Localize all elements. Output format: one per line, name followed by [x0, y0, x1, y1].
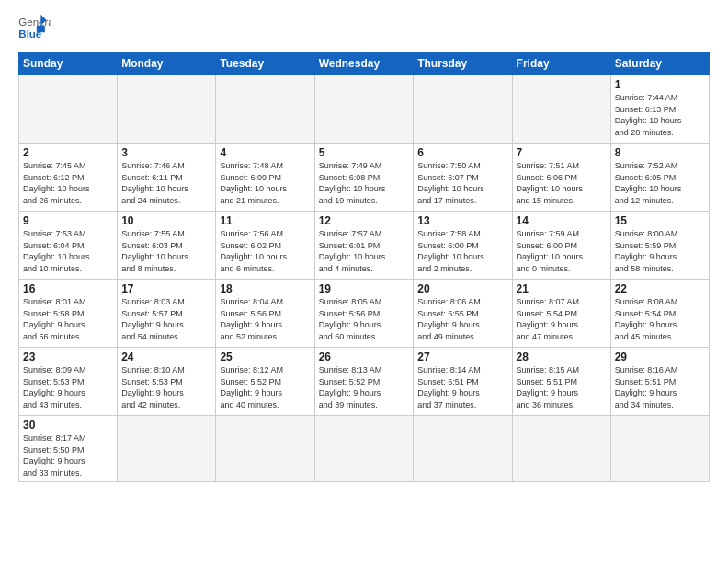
calendar-cell: 30Sunrise: 8:17 AM Sunset: 5:50 PM Dayli… [19, 416, 118, 482]
calendar-cell [414, 75, 512, 144]
calendar-cell: 2Sunrise: 7:45 AM Sunset: 6:12 PM Daylig… [19, 144, 118, 212]
day-info: Sunrise: 8:12 AM Sunset: 5:52 PM Dayligh… [220, 364, 310, 410]
day-number: 6 [417, 146, 507, 159]
day-number: 12 [319, 214, 410, 227]
weekday-header-wednesday: Wednesday [314, 52, 414, 75]
day-number: 5 [319, 146, 410, 159]
calendar-cell: 21Sunrise: 8:07 AM Sunset: 5:54 PM Dayli… [512, 280, 610, 348]
calendar-cell: 16Sunrise: 8:01 AM Sunset: 5:58 PM Dayli… [19, 280, 118, 348]
day-number: 29 [615, 350, 705, 363]
day-number: 13 [417, 214, 507, 227]
calendar-cell [118, 416, 216, 482]
calendar-cell [19, 75, 118, 144]
day-info: Sunrise: 8:00 AM Sunset: 5:59 PM Dayligh… [615, 228, 705, 274]
day-number: 25 [220, 350, 310, 363]
day-number: 15 [615, 214, 705, 227]
calendar-week-row: 16Sunrise: 8:01 AM Sunset: 5:58 PM Dayli… [19, 280, 710, 348]
day-info: Sunrise: 8:06 AM Sunset: 5:55 PM Dayligh… [417, 296, 507, 342]
day-number: 22 [615, 282, 705, 295]
day-number: 21 [517, 282, 607, 295]
day-info: Sunrise: 7:53 AM Sunset: 6:04 PM Dayligh… [23, 228, 113, 274]
calendar-cell: 23Sunrise: 8:09 AM Sunset: 5:53 PM Dayli… [19, 348, 118, 416]
calendar-cell: 10Sunrise: 7:55 AM Sunset: 6:03 PM Dayli… [118, 212, 216, 280]
day-number: 19 [319, 282, 410, 295]
calendar-cell: 24Sunrise: 8:10 AM Sunset: 5:53 PM Dayli… [118, 348, 216, 416]
day-number: 4 [220, 146, 310, 159]
calendar-cell: 25Sunrise: 8:12 AM Sunset: 5:52 PM Dayli… [216, 348, 314, 416]
calendar-cell: 7Sunrise: 7:51 AM Sunset: 6:06 PM Daylig… [512, 144, 610, 212]
calendar-cell [610, 416, 709, 482]
day-number: 8 [615, 146, 705, 159]
day-info: Sunrise: 7:57 AM Sunset: 6:01 PM Dayligh… [319, 228, 410, 274]
day-info: Sunrise: 7:59 AM Sunset: 6:00 PM Dayligh… [517, 228, 607, 274]
day-info: Sunrise: 7:48 AM Sunset: 6:09 PM Dayligh… [220, 160, 310, 206]
day-number: 14 [517, 214, 607, 227]
calendar-cell: 1Sunrise: 7:44 AM Sunset: 6:13 PM Daylig… [610, 75, 709, 144]
svg-text:General: General [18, 17, 51, 28]
day-number: 11 [220, 214, 310, 227]
weekday-header-row: SundayMondayTuesdayWednesdayThursdayFrid… [19, 52, 710, 75]
day-info: Sunrise: 8:09 AM Sunset: 5:53 PM Dayligh… [23, 364, 113, 410]
calendar-cell: 28Sunrise: 8:15 AM Sunset: 5:51 PM Dayli… [512, 348, 610, 416]
day-info: Sunrise: 7:58 AM Sunset: 6:00 PM Dayligh… [417, 228, 507, 274]
calendar-week-row: 23Sunrise: 8:09 AM Sunset: 5:53 PM Dayli… [19, 348, 710, 416]
day-info: Sunrise: 7:45 AM Sunset: 6:12 PM Dayligh… [23, 160, 113, 206]
day-number: 18 [220, 282, 310, 295]
day-info: Sunrise: 8:10 AM Sunset: 5:53 PM Dayligh… [121, 364, 211, 410]
calendar-cell [512, 416, 610, 482]
day-info: Sunrise: 8:14 AM Sunset: 5:51 PM Dayligh… [417, 364, 507, 410]
calendar-cell: 6Sunrise: 7:50 AM Sunset: 6:07 PM Daylig… [414, 144, 512, 212]
day-info: Sunrise: 7:56 AM Sunset: 6:02 PM Dayligh… [220, 228, 310, 274]
calendar-cell: 20Sunrise: 8:06 AM Sunset: 5:55 PM Dayli… [414, 280, 512, 348]
day-info: Sunrise: 8:03 AM Sunset: 5:57 PM Dayligh… [121, 296, 211, 342]
day-number: 23 [23, 350, 113, 363]
day-number: 2 [23, 146, 113, 159]
day-info: Sunrise: 7:52 AM Sunset: 6:05 PM Dayligh… [615, 160, 705, 206]
calendar-cell [512, 75, 610, 144]
calendar-cell: 15Sunrise: 8:00 AM Sunset: 5:59 PM Dayli… [610, 212, 709, 280]
calendar-week-row: 9Sunrise: 7:53 AM Sunset: 6:04 PM Daylig… [19, 212, 710, 280]
day-info: Sunrise: 7:44 AM Sunset: 6:13 PM Dayligh… [615, 92, 705, 138]
calendar-cell [216, 416, 314, 482]
weekday-header-thursday: Thursday [414, 52, 512, 75]
day-number: 1 [615, 78, 705, 91]
calendar-cell: 4Sunrise: 7:48 AM Sunset: 6:09 PM Daylig… [216, 144, 314, 212]
day-number: 7 [517, 146, 607, 159]
day-info: Sunrise: 8:17 AM Sunset: 5:50 PM Dayligh… [23, 432, 113, 478]
calendar-week-row: 1Sunrise: 7:44 AM Sunset: 6:13 PM Daylig… [19, 75, 710, 144]
day-number: 10 [121, 214, 211, 227]
calendar-cell: 3Sunrise: 7:46 AM Sunset: 6:11 PM Daylig… [118, 144, 216, 212]
calendar-week-row: 30Sunrise: 8:17 AM Sunset: 5:50 PM Dayli… [19, 416, 710, 482]
day-info: Sunrise: 7:49 AM Sunset: 6:08 PM Dayligh… [319, 160, 410, 206]
day-info: Sunrise: 8:15 AM Sunset: 5:51 PM Dayligh… [517, 364, 607, 410]
calendar-cell: 9Sunrise: 7:53 AM Sunset: 6:04 PM Daylig… [19, 212, 118, 280]
logo: General Blue [18, 15, 55, 42]
weekday-header-sunday: Sunday [19, 52, 118, 75]
day-number: 28 [517, 350, 607, 363]
day-number: 27 [417, 350, 507, 363]
calendar-cell: 29Sunrise: 8:16 AM Sunset: 5:51 PM Dayli… [610, 348, 709, 416]
day-number: 26 [319, 350, 410, 363]
day-number: 17 [121, 282, 211, 295]
day-info: Sunrise: 7:51 AM Sunset: 6:06 PM Dayligh… [517, 160, 607, 206]
calendar-cell [414, 416, 512, 482]
day-number: 3 [121, 146, 211, 159]
calendar-cell [216, 75, 314, 144]
day-info: Sunrise: 8:01 AM Sunset: 5:58 PM Dayligh… [23, 296, 113, 342]
day-number: 24 [121, 350, 211, 363]
calendar-cell [118, 75, 216, 144]
weekday-header-tuesday: Tuesday [216, 52, 314, 75]
day-number: 30 [23, 419, 113, 431]
day-info: Sunrise: 7:50 AM Sunset: 6:07 PM Dayligh… [417, 160, 507, 206]
calendar-week-row: 2Sunrise: 7:45 AM Sunset: 6:12 PM Daylig… [19, 144, 710, 212]
calendar-cell: 19Sunrise: 8:05 AM Sunset: 5:56 PM Dayli… [314, 280, 414, 348]
weekday-header-friday: Friday [512, 52, 610, 75]
calendar-cell: 14Sunrise: 7:59 AM Sunset: 6:00 PM Dayli… [512, 212, 610, 280]
day-info: Sunrise: 8:04 AM Sunset: 5:56 PM Dayligh… [220, 296, 310, 342]
calendar-cell: 12Sunrise: 7:57 AM Sunset: 6:01 PM Dayli… [314, 212, 414, 280]
day-number: 9 [23, 214, 113, 227]
calendar-table: SundayMondayTuesdayWednesdayThursdayFrid… [18, 52, 710, 482]
calendar-cell: 8Sunrise: 7:52 AM Sunset: 6:05 PM Daylig… [610, 144, 709, 212]
calendar-cell [314, 416, 414, 482]
day-info: Sunrise: 7:55 AM Sunset: 6:03 PM Dayligh… [121, 228, 211, 274]
